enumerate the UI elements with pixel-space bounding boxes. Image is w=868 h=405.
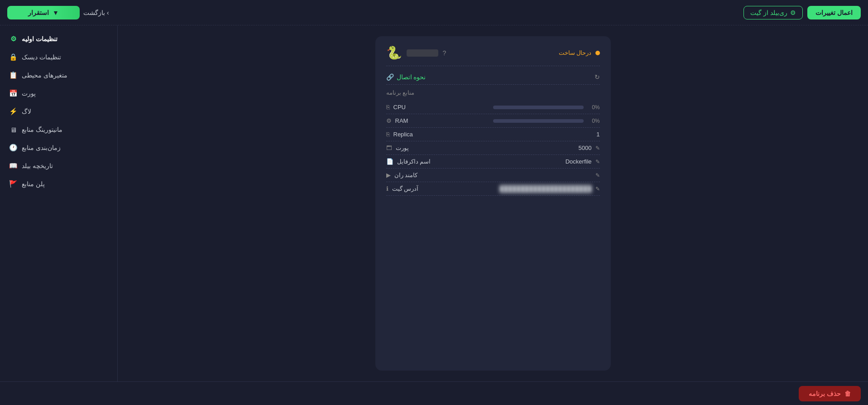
dockerfile-value-row: ✎ Dockerfile — [566, 158, 600, 165]
book-icon: 📖 — [9, 162, 17, 170]
sidebar-item-resource-monitoring[interactable]: مانیتورینگ منابع 🖥 — [0, 121, 117, 139]
replica-value: 1 — [587, 131, 600, 138]
dockerfile-label: اسم داکرفایل — [397, 158, 431, 165]
sidebar-item-disk-settings[interactable]: تنظیمات دیسک 🔒 — [0, 48, 117, 66]
dockerfile-file-icon: 📄 — [386, 158, 393, 165]
sidebar-item-build-history[interactable]: تاریخچه بیلد 📖 — [0, 157, 117, 175]
ram-label-row: ⚙ RAM — [386, 117, 408, 124]
git-address-info-icon[interactable]: ℹ — [386, 185, 388, 192]
sidebar: تنظیمات اولیه ⚙ تنظیمات دیسک 🔒 متغیرهای … — [0, 25, 118, 381]
blurred-app-name — [407, 49, 438, 57]
sidebar-label-port: پورت — [22, 90, 36, 97]
chevron-right-icon: › — [107, 9, 109, 16]
sidebar-item-basic-settings[interactable]: تنظیمات اولیه ⚙ — [0, 30, 117, 48]
resource-row-git-address: ✎ ██████████████████████ ℹ آدرس گیت — [386, 182, 600, 196]
resource-row-ram: 0% ⚙ RAM — [386, 114, 600, 128]
sidebar-item-log[interactable]: لاگ ⚡ — [0, 102, 117, 121]
sidebar-item-resource-schedule[interactable]: زمان‌بندی منابع 🕐 — [0, 139, 117, 157]
ram-server-icon[interactable]: ⚙ — [386, 117, 392, 124]
rebuild-from-git-button[interactable]: ⚙ ری‌بیلد از گیت — [743, 6, 803, 19]
main-content: درحال ساخت ? 🐍 ↻ نحوه اتصال 🔗 مناب — [118, 25, 868, 381]
bottom-bar: 🗑 حذف برنامه — [0, 381, 868, 405]
apply-changes-button[interactable]: اعمال تغییرات — [807, 6, 861, 19]
run-command-label: کامند ران — [394, 172, 418, 178]
gear-icon: ⚙ — [9, 35, 17, 43]
dockerfile-edit-icon[interactable]: ✎ — [595, 159, 600, 165]
run-command-value-row: ✎ — [592, 172, 600, 178]
clipboard-icon: 📋 — [9, 71, 17, 79]
sidebar-item-env-vars[interactable]: متغیرهای محیطی 📋 — [0, 66, 117, 84]
sidebar-item-resource-plan[interactable]: پلن منابع 🚩 — [0, 175, 117, 193]
sidebar-label-resource-plan: پلن منابع — [22, 180, 45, 188]
cpu-label-row: ⎘ CPU — [386, 104, 406, 111]
bolt-icon: ⚡ — [9, 107, 17, 116]
card-header-right: ? 🐍 — [386, 45, 446, 60]
ram-pct: 0% — [587, 118, 600, 124]
replica-copy-icon[interactable]: ⎘ — [386, 131, 390, 138]
info-icon[interactable]: ? — [443, 49, 446, 57]
dockerfile-value: Dockerfile — [566, 158, 592, 165]
chevron-down-icon: ▼ — [53, 9, 59, 16]
python-icon: 🐍 — [386, 45, 402, 60]
monitor-icon: 🖥 — [9, 125, 17, 134]
cpu-label: CPU — [393, 104, 406, 111]
card-divider-1 — [386, 66, 600, 66]
resources-section: منابع برنامه 0% ⎘ CPU — [386, 89, 600, 196]
resources-title: منابع برنامه — [386, 89, 600, 96]
git-address-value-row: ✎ ██████████████████████ — [500, 185, 600, 192]
dockerfile-label-row: 📄 اسم داکرفایل — [386, 158, 431, 165]
run-command-play-icon: ▶ — [386, 172, 391, 178]
git-address-label: آدرس گیت — [392, 185, 419, 192]
sidebar-label-env-vars: متغیرهای محیطی — [22, 72, 67, 79]
ram-label: RAM — [395, 117, 408, 124]
resource-row-port: ✎ 5000 🗔 پورت — [386, 141, 600, 155]
sidebar-label-build-history: تاریخچه بیلد — [22, 162, 53, 169]
card-header: درحال ساخت ? 🐍 — [386, 45, 600, 60]
deploy-button[interactable]: ▼ استقرار — [7, 6, 80, 19]
top-bar-left: اعمال تغییرات ⚙ ری‌بیلد از گیت — [743, 6, 861, 19]
cpu-progress-bg — [493, 106, 584, 109]
cpu-copy-icon[interactable]: ⎘ — [386, 104, 390, 111]
top-bar: اعمال تغییرات ⚙ ری‌بیلد از گیت › بازگشت … — [0, 0, 868, 25]
status-dot — [595, 51, 600, 55]
cpu-value-row: 0% — [493, 104, 600, 111]
app-card: درحال ساخت ? 🐍 ↻ نحوه اتصال 🔗 مناب — [375, 36, 611, 371]
port-label: پورت — [396, 145, 409, 151]
run-command-label-row: ▶ کامند ران — [386, 172, 418, 178]
clock-icon: 🕐 — [9, 144, 17, 152]
port-value-row: ✎ 5000 — [579, 145, 600, 151]
ram-value-row: 0% — [493, 118, 600, 124]
replica-label: Replica — [393, 131, 413, 138]
flag-icon: 🚩 — [9, 180, 17, 188]
git-address-edit-icon[interactable]: ✎ — [595, 186, 600, 192]
resource-row-replica: 1 ⎘ Replica — [386, 128, 600, 141]
run-command-edit-icon[interactable]: ✎ — [595, 172, 600, 178]
resource-row-cpu: 0% ⎘ CPU — [386, 101, 600, 114]
sidebar-label-basic-settings: تنظیمات اولیه — [22, 35, 58, 43]
main-layout: درحال ساخت ? 🐍 ↻ نحوه اتصال 🔗 مناب — [0, 25, 868, 381]
resource-row-run-command: ✎ ▶ کامند ران — [386, 169, 600, 182]
replica-value-row: 1 — [587, 131, 600, 138]
rebuild-icon: ⚙ — [790, 9, 796, 16]
back-link[interactable]: › بازگشت — [83, 9, 109, 16]
status-text: درحال ساخت — [559, 49, 592, 56]
lock-icon: 🔒 — [9, 53, 17, 61]
resource-row-dockerfile: ✎ Dockerfile 📄 اسم داکرفایل — [386, 155, 600, 169]
connection-row: ↻ نحوه اتصال 🔗 — [386, 70, 600, 85]
calendar-icon: 📅 — [9, 89, 17, 97]
sidebar-label-resource-monitoring: مانیتورینگ منابع — [22, 126, 62, 133]
delete-app-button[interactable]: 🗑 حذف برنامه — [799, 386, 861, 401]
ram-progress-bg — [493, 119, 584, 123]
sidebar-label-log: لاگ — [22, 108, 31, 115]
link-icon: 🔗 — [386, 73, 394, 81]
port-edit-icon[interactable]: ✎ — [595, 145, 600, 151]
status-row: درحال ساخت — [559, 49, 600, 56]
git-address-label-row: ℹ آدرس گیت — [386, 185, 419, 192]
git-address-value: ██████████████████████ — [500, 185, 592, 192]
sidebar-label-resource-schedule: زمان‌بندی منابع — [22, 144, 61, 151]
sidebar-item-port[interactable]: پورت 📅 — [0, 84, 117, 102]
connection-label[interactable]: نحوه اتصال 🔗 — [386, 73, 426, 81]
replica-label-row: ⎘ Replica — [386, 131, 413, 138]
refresh-icon[interactable]: ↻ — [595, 73, 600, 81]
cpu-pct: 0% — [587, 104, 600, 111]
